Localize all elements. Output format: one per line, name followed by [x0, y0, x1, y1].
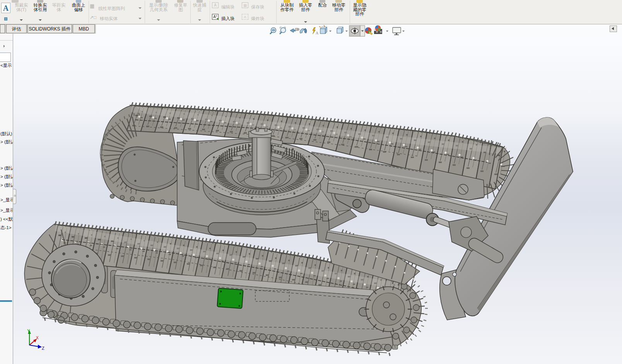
- svg-text:A: A: [316, 31, 319, 35]
- svg-text:X: X: [36, 336, 39, 340]
- svg-text:Z: Z: [42, 346, 44, 350]
- svg-text:Y: Y: [27, 328, 30, 333]
